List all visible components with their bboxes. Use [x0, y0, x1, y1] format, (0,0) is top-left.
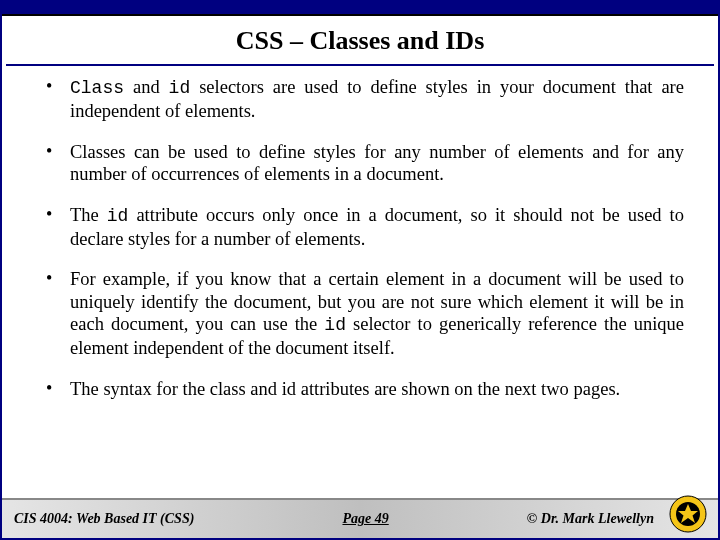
code-text: Class	[70, 78, 124, 98]
text: Classes can be used to define styles for…	[70, 142, 684, 185]
bullet-item: Classes can be used to define styles for…	[46, 141, 684, 186]
slide-title: CSS – Classes and IDs	[16, 26, 704, 56]
bullet-item: The id attribute occurs only once in a d…	[46, 204, 684, 251]
footer-course: CIS 4004: Web Based IT (CSS)	[14, 511, 194, 527]
text: attribute occurs only once in a document…	[70, 205, 684, 249]
title-area: CSS – Classes and IDs	[6, 16, 714, 66]
code-text: id	[324, 315, 346, 335]
text: The syntax for the class and id attribut…	[70, 379, 620, 399]
slide: CSS – Classes and IDs Class and id selec…	[0, 0, 720, 540]
footer-page-number: Page 49	[194, 511, 527, 527]
footer-bar: CIS 4004: Web Based IT (CSS) Page 49 © D…	[2, 498, 718, 538]
code-text: id	[107, 206, 129, 226]
university-logo-icon	[668, 494, 708, 534]
top-accent-bar	[2, 2, 718, 16]
text: and	[124, 77, 169, 97]
text: The	[70, 205, 107, 225]
body-area: Class and id selectors are used to defin…	[2, 66, 718, 498]
bullet-item: For example, if you know that a certain …	[46, 268, 684, 360]
code-text: id	[169, 78, 191, 98]
bullet-item: The syntax for the class and id attribut…	[46, 378, 684, 401]
bullet-item: Class and id selectors are used to defin…	[46, 76, 684, 123]
